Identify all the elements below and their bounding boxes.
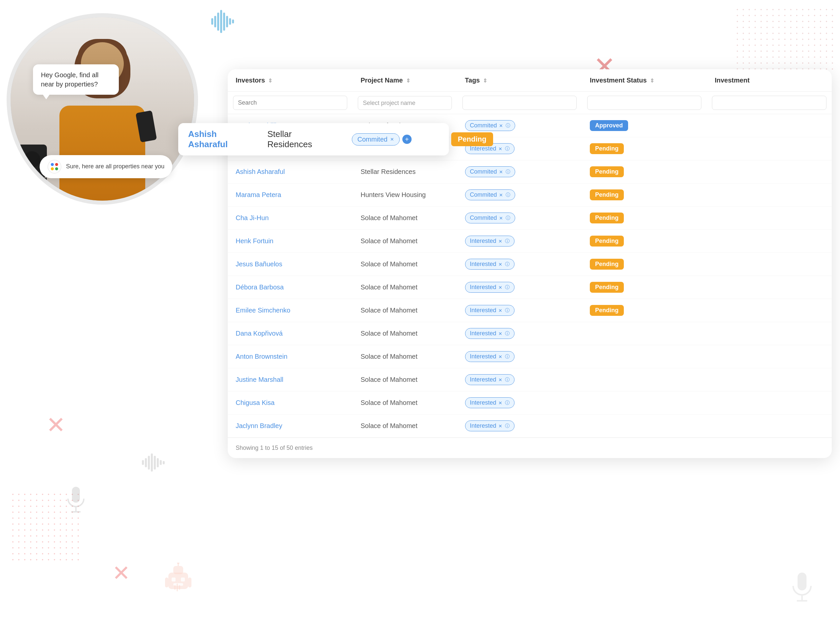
cell-project: Solace of Mahomet — [352, 368, 457, 392]
investor-name-link[interactable]: Justine Marshall — [236, 376, 284, 383]
cell-status: Pending — [582, 183, 707, 207]
cell-investment — [707, 253, 832, 276]
investment-filter-input[interactable] — [712, 96, 826, 110]
investor-name-link[interactable]: Anton Brownstein — [236, 353, 287, 360]
investor-name-link[interactable]: Emilee Simchenko — [236, 306, 291, 314]
tag-badge-interested: Interested ✕ⓘ — [465, 235, 515, 246]
cell-investment — [707, 207, 832, 230]
investor-search-input[interactable] — [233, 96, 347, 110]
tag-remove[interactable]: ✕ — [498, 308, 502, 313]
tag-remove-icon[interactable]: ✕ — [390, 137, 394, 142]
tag-remove[interactable]: ✕ — [499, 123, 503, 128]
investor-name-link[interactable]: Cha Ji-Hun — [236, 214, 268, 221]
add-tag-button[interactable]: + — [403, 135, 412, 144]
tag-info-icon[interactable]: ⓘ — [505, 284, 510, 291]
tag-badge-interested: Interested ✕ⓘ — [465, 305, 515, 316]
tags-filter-input[interactable] — [463, 96, 576, 110]
tag-badge-interested: Interested ✕ⓘ — [465, 397, 515, 408]
cell-status — [582, 392, 707, 415]
tag-remove[interactable]: ✕ — [498, 400, 502, 406]
tag-info-icon[interactable]: ⓘ — [505, 423, 510, 429]
tag-remove[interactable]: ✕ — [499, 193, 503, 198]
col-project[interactable]: Project Name ⇕ — [352, 69, 457, 92]
cell-investor: Justine Marshall — [228, 368, 352, 392]
filter-row: Select project name — [228, 92, 832, 114]
col-investment[interactable]: Investment — [707, 69, 832, 92]
col-status[interactable]: Investment Status ⇕ — [582, 69, 707, 92]
investor-name-link[interactable]: Henk Fortuin — [236, 237, 274, 245]
cell-project: Solace of Mahomet — [352, 345, 457, 368]
tag-badge-commited: Commited ✕ⓘ — [465, 120, 515, 131]
tag-info-icon[interactable]: ⓘ — [505, 377, 510, 383]
tag-info-icon[interactable]: ⓘ — [505, 238, 510, 244]
tag-remove[interactable]: ✕ — [498, 377, 502, 382]
col-tags[interactable]: Tags ⇕ — [457, 69, 582, 92]
project-name-text: Solace of Mahomet — [360, 422, 417, 429]
tag-remove[interactable]: ✕ — [498, 262, 502, 267]
col-investor[interactable]: Investors ⇕ — [228, 69, 352, 92]
tag-info-icon[interactable]: ⓘ — [505, 261, 510, 267]
tag-info-icon[interactable]: ⓘ — [505, 331, 510, 336]
tag-remove[interactable]: ✕ — [498, 146, 502, 152]
highlight-investor: Ashish Asharaful — [188, 129, 228, 150]
investor-name-link[interactable]: Débora Barbosa — [236, 284, 284, 291]
investor-name-link[interactable]: Ashish Asharaful — [236, 168, 285, 175]
table-row: Emilee SimchenkoSolace of MahometInteres… — [228, 299, 832, 322]
investor-name-link[interactable]: Dana Kopřivová — [236, 330, 283, 337]
sort-icon-investor: ⇕ — [268, 77, 272, 84]
tag-info-icon[interactable]: ⓘ — [506, 123, 510, 129]
tag-remove[interactable]: ✕ — [499, 169, 503, 175]
tag-info-icon[interactable]: ⓘ — [505, 146, 510, 152]
tag-remove[interactable]: ✕ — [498, 423, 502, 429]
tag-info-icon[interactable]: ⓘ — [506, 215, 510, 221]
cell-tags: Interested ✕ⓘ — [457, 368, 582, 392]
cell-investment — [707, 345, 832, 368]
tag-info-icon[interactable]: ⓘ — [505, 308, 510, 314]
tag-label: Interested — [470, 284, 496, 291]
cell-tags: Interested ✕ⓘ — [457, 253, 582, 276]
tag-label: Interested — [470, 399, 496, 406]
tag-info-icon[interactable]: ⓘ — [505, 354, 510, 360]
tag-label: Interested — [470, 307, 496, 314]
sort-icon-project: ⇕ — [406, 77, 410, 84]
investor-name-link[interactable]: Marama Petera — [236, 191, 281, 198]
status-badge: Pending — [590, 305, 624, 316]
project-name-text: Solace of Mahomet — [360, 376, 417, 383]
cell-investor: Cha Ji-Hun — [228, 207, 352, 230]
tag-info-icon[interactable]: ⓘ — [505, 400, 510, 406]
status-filter-input[interactable] — [587, 96, 701, 110]
svg-rect-3 — [798, 573, 807, 591]
cell-investment — [707, 276, 832, 299]
status-badge: Approved — [590, 120, 628, 131]
speech-bubble: Hey Google, find all near by properties? — [33, 64, 119, 95]
project-name-text: Solace of Mahomet — [360, 214, 417, 221]
cell-project: Stellar Residences — [352, 160, 457, 183]
project-select[interactable]: Select project name — [358, 96, 452, 110]
filter-tags-cell — [457, 92, 582, 114]
tag-remove[interactable]: ✕ — [499, 215, 503, 221]
investor-name-link[interactable]: Chigusa Kisa — [236, 399, 275, 406]
tag-remove[interactable]: ✕ — [498, 331, 502, 336]
tag-remove[interactable]: ✕ — [498, 238, 502, 244]
cell-tags: Interested ✕ⓘ — [457, 345, 582, 368]
investor-name-link[interactable]: Jaclynn Bradley — [236, 422, 282, 429]
svg-rect-14 — [188, 578, 191, 587]
tag-info-icon[interactable]: ⓘ — [506, 169, 510, 175]
cell-status — [582, 368, 707, 392]
tag-label: Commited — [470, 215, 497, 221]
project-name-text: Solace of Mahomet — [360, 237, 417, 245]
svg-rect-10 — [172, 578, 175, 581]
investor-name-link[interactable]: Jesus Bañuelos — [236, 261, 282, 268]
table-row: Anton BrownsteinSolace of MahometInteres… — [228, 345, 832, 368]
cell-tags: Commited ✕ⓘ — [457, 160, 582, 183]
cell-project: Solace of Mahomet — [352, 392, 457, 415]
filter-status-cell — [582, 92, 707, 114]
cell-investment — [707, 415, 832, 437]
project-name-text: Solace of Mahomet — [360, 261, 417, 268]
tag-remove[interactable]: ✕ — [498, 354, 502, 359]
tag-remove[interactable]: ✕ — [498, 285, 502, 290]
tag-info-icon[interactable]: ⓘ — [506, 192, 510, 198]
svg-rect-11 — [181, 578, 185, 581]
tag-label: Interested — [470, 422, 496, 429]
assistant-text: Sure, here are all properties near you — [66, 163, 164, 170]
